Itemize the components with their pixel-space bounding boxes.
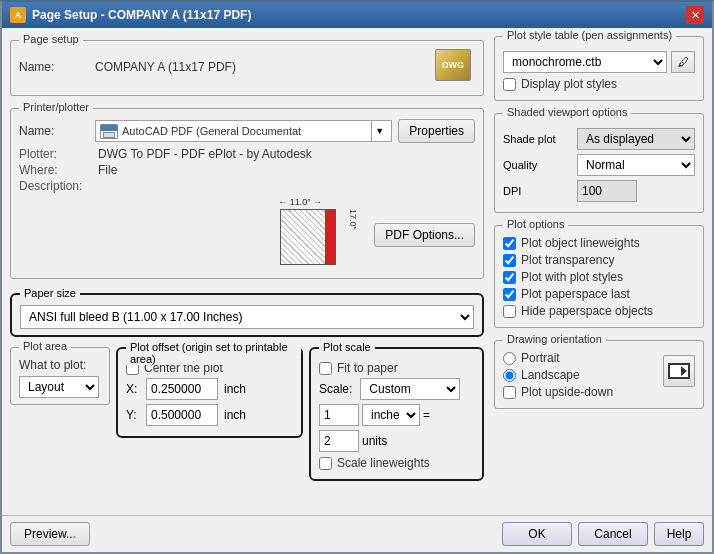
close-button[interactable]: ✕ [686,6,704,24]
display-plot-styles-checkbox[interactable] [503,78,516,91]
y-unit: inch [224,408,246,422]
transparency-label: Plot transparency [521,253,614,267]
app-icon: A [10,7,26,23]
edit-icon: 🖊 [678,56,689,68]
object-lineweights-checkbox[interactable] [503,237,516,250]
shaded-viewport-group: Shaded viewport options Shade plot As di… [494,113,704,213]
portrait-row: Portrait [503,351,613,365]
shade-plot-select[interactable]: As displayed Wireframe Hidden [577,128,695,150]
paperspace-last-checkbox[interactable] [503,288,516,301]
x-offset-row: X: inch [126,378,293,400]
plot-style-select[interactable]: monochrome.ctb acad.ctb None [503,51,667,73]
preview-button[interactable]: Preview... [10,522,90,546]
bottom-area: Plot area What to plot: Layout Display E… [10,347,484,481]
quality-select[interactable]: Normal Preview Presentation Maximum Mini… [577,154,695,176]
properties-button[interactable]: Properties [398,119,475,143]
printer-name-row: Name: AutoCAD PDF (General Documentation… [19,119,475,143]
transparency-row: Plot transparency [503,253,695,267]
shade-plot-row: Shade plot As displayed Wireframe Hidden [503,128,695,150]
dwg-icon: DWG [435,49,475,85]
paper-size-select[interactable]: ANSI full bleed B (11.00 x 17.00 Inches) [20,305,474,329]
units-select[interactable]: inches mm [362,404,420,426]
scale-denominator[interactable] [319,430,359,452]
page-setup-title: Page setup [19,33,83,45]
dpi-input[interactable] [577,180,637,202]
printer-name-label: Name: [19,124,89,138]
scale-lineweights-label: Scale lineweights [337,456,430,470]
x-offset-input[interactable] [146,378,218,400]
printer-name-select[interactable]: AutoCAD PDF (General Documentation).p ▼ [95,120,392,142]
right-panel: Plot style table (pen assignments) monoc… [494,36,704,507]
paperspace-last-row: Plot paperspace last [503,287,695,301]
main-window: A Page Setup - COMPANY A (11x17 PDF) ✕ P… [0,0,714,554]
printer-name-value: AutoCAD PDF (General Documentation).p [122,125,302,137]
landscape-radio[interactable] [503,369,516,382]
plot-options-group: Plot options Plot object lineweights Plo… [494,225,704,328]
plot-options-title: Plot options [503,218,568,230]
fit-to-paper-row: Fit to paper [319,361,474,375]
orientation-title: Drawing orientation [503,333,606,345]
pdf-options-button[interactable]: PDF Options... [374,223,475,247]
y-label: Y: [126,408,140,422]
y-offset-input[interactable] [146,404,218,426]
scale-lineweights-checkbox[interactable] [319,457,332,470]
portrait-radio[interactable] [503,352,516,365]
cancel-button[interactable]: Cancel [578,522,648,546]
plot-area-group: Plot area What to plot: Layout Display E… [10,347,110,405]
red-margin [325,210,335,264]
dpi-row: DPI [503,180,695,202]
scale-numerator[interactable] [319,404,359,426]
plot-styles-row: Plot with plot styles [503,270,695,284]
x-label: X: [126,382,140,396]
portrait-label: Portrait [521,351,560,365]
object-lineweights-label: Plot object lineweights [521,236,640,250]
window-title: Page Setup - COMPANY A (11x17 PDF) [32,8,251,22]
height-dim: 17.0″ [348,209,358,265]
printer-select-inner: AutoCAD PDF (General Documentation).p [100,124,371,139]
y-offset-row: Y: inch [126,404,293,426]
what-to-plot-row: What to plot: Layout Display Extents Win… [19,358,101,398]
upside-down-checkbox[interactable] [503,386,516,399]
scale-select[interactable]: Custom 1:1 1:2 [360,378,460,400]
paper-size-title: Paper size [20,287,80,299]
scale-lineweights-row: Scale lineweights [319,456,474,470]
plot-area-title: Plot area [19,340,71,352]
page-setup-group: Page setup Name: COMPANY A (11x17 PDF) D… [10,40,484,96]
dpi-label: DPI [503,185,571,197]
scale-row: Scale: Custom 1:1 1:2 [319,378,474,400]
hide-paperspace-checkbox[interactable] [503,305,516,318]
hide-paperspace-row: Hide paperspace objects [503,304,695,318]
denom-unit: units [362,434,387,448]
description-label: Description: [19,179,94,193]
bottom-buttons-bar: Preview... OK Cancel Help [2,515,712,552]
hide-paperspace-label: Hide paperspace objects [521,304,653,318]
plot-styles-label: Plot with plot styles [521,270,623,284]
plot-style-edit-button[interactable]: 🖊 [671,51,695,73]
description-row: Description: [19,179,475,193]
equals-sign: = [423,408,430,422]
x-unit: inch [224,382,246,396]
help-button[interactable]: Help [654,522,704,546]
paper-size-group: Paper size ANSI full bleed B (11.00 x 17… [10,293,484,337]
page-setup-name-value: COMPANY A (11x17 PDF) [95,60,236,74]
object-lineweights-row: Plot object lineweights [503,236,695,250]
scale-denom-row: units [319,430,474,452]
plot-styles-checkbox[interactable] [503,271,516,284]
transparency-checkbox[interactable] [503,254,516,267]
orientation-icon-button[interactable] [663,355,695,387]
orientation-content: Portrait Landscape Plot upside-down [503,351,695,402]
preview-and-options: ← 11.0″ → 17.0″ PDF Options... [278,197,475,272]
left-panel: Page setup Name: COMPANY A (11x17 PDF) D… [10,36,484,507]
titlebar-left: A Page Setup - COMPANY A (11x17 PDF) [10,7,251,23]
ok-button[interactable]: OK [502,522,572,546]
quality-row: Quality Normal Preview Presentation Maxi… [503,154,695,176]
plot-preview-container: ← 11.0″ → 17.0″ [278,197,358,272]
printer-dropdown-arrow[interactable]: ▼ [371,121,387,141]
plotter-value: DWG To PDF - PDF ePlot - by Autodesk [98,147,312,161]
printer-icon [100,124,118,139]
fit-to-paper-checkbox[interactable] [319,362,332,375]
scale-values-row: inches mm = [319,404,474,426]
width-dim: ← 11.0″ → [278,197,322,207]
what-to-plot-select[interactable]: Layout Display Extents Window [19,376,99,398]
printer-group-title: Printer/plotter [19,101,93,113]
